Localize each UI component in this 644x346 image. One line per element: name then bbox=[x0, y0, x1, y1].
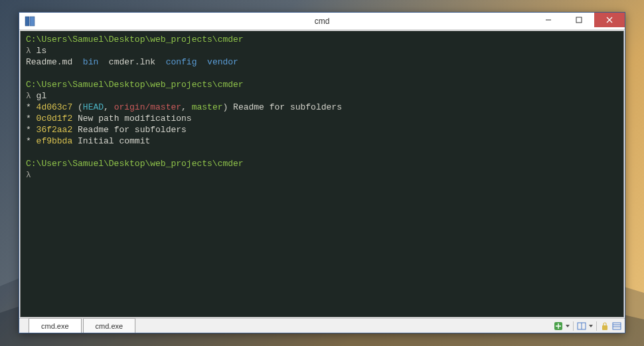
terminal-line: * 0c0d1f2 New path modifications bbox=[26, 113, 618, 124]
console-tab[interactable]: cmd.exe bbox=[29, 318, 82, 333]
terminal-span: bin bbox=[83, 57, 98, 67]
terminal-span: config bbox=[166, 57, 197, 67]
svg-rect-1 bbox=[30, 17, 35, 26]
terminal-line: Readme.md bin cmder.lnk config vendor bbox=[26, 56, 618, 68]
terminal-span: C:\Users\Samuel\Desktop\web_projects\cmd… bbox=[26, 159, 244, 169]
window-controls bbox=[533, 13, 625, 27]
terminal-line: λ bbox=[26, 169, 618, 181]
terminal-span: HEAD bbox=[83, 102, 104, 112]
menu-button[interactable] bbox=[611, 321, 622, 331]
terminal-span: , bbox=[181, 102, 192, 112]
lock-icon[interactable] bbox=[600, 321, 610, 331]
terminal-span: New path modifications bbox=[72, 114, 191, 124]
terminal-line bbox=[26, 68, 618, 79]
terminal-span: vendor bbox=[207, 57, 238, 67]
app-window: cmd C:\Users\Samuel\Desktop\web_projects… bbox=[19, 12, 625, 333]
minimize-button[interactable] bbox=[533, 13, 564, 27]
terminal-line: λ gl bbox=[26, 90, 618, 102]
terminal-span: λ bbox=[26, 46, 37, 56]
terminal-span: origin/master bbox=[114, 102, 181, 112]
terminal-line: C:\Users\Samuel\Desktop\web_projects\cmd… bbox=[26, 158, 618, 169]
terminal-span: C:\Users\Samuel\Desktop\web_projects\cmd… bbox=[26, 80, 244, 90]
terminal-span: λ bbox=[26, 170, 31, 180]
terminal-line: λ ls bbox=[26, 45, 618, 56]
app-icon bbox=[25, 16, 35, 27]
terminal-span: * bbox=[26, 125, 37, 135]
terminal-line: * ef9bbda Initial commit bbox=[26, 135, 618, 147]
terminal-span: ls bbox=[37, 46, 47, 56]
terminal-line: C:\Users\Samuel\Desktop\web_projects\cmd… bbox=[26, 79, 618, 90]
terminal-span: ) Readme for subfolders bbox=[223, 102, 342, 112]
terminal-line: * 36f2aa2 Readme for subfolders bbox=[26, 124, 618, 135]
terminal-span: cmder.lnk bbox=[98, 57, 165, 67]
terminal-span: ( bbox=[72, 102, 83, 112]
svg-rect-11 bbox=[602, 325, 607, 330]
terminal-span: 0c0d1f2 bbox=[37, 114, 73, 124]
terminal-span: Readme for subfolders bbox=[72, 125, 187, 135]
terminal-span: λ bbox=[26, 91, 37, 101]
terminal-line: * 4d063c7 (HEAD, origin/master, master) … bbox=[26, 102, 618, 113]
separator bbox=[573, 321, 574, 331]
titlebar[interactable]: cmd bbox=[19, 13, 625, 30]
terminal-span: master bbox=[192, 102, 223, 112]
terminal-span: Readme.md bbox=[26, 57, 83, 67]
add-tab-button[interactable] bbox=[553, 321, 564, 331]
terminal-line: C:\Users\Samuel\Desktop\web_projects\cmd… bbox=[26, 34, 618, 45]
svg-rect-0 bbox=[25, 17, 29, 26]
maximize-button[interactable] bbox=[564, 13, 594, 27]
terminal-span: * bbox=[26, 114, 37, 124]
terminal-span: gl bbox=[37, 91, 47, 101]
terminal-line bbox=[26, 147, 618, 158]
terminal-span: 4d063c7 bbox=[37, 102, 73, 112]
statusbar-buttons bbox=[553, 319, 625, 333]
svg-rect-12 bbox=[613, 323, 621, 329]
tab-strip: cmd.execmd.exe bbox=[19, 319, 135, 333]
add-tab-dropdown-icon[interactable] bbox=[565, 321, 570, 331]
close-button[interactable] bbox=[594, 13, 625, 27]
console-tab[interactable]: cmd.exe bbox=[83, 318, 136, 333]
terminal-span: 36f2aa2 bbox=[37, 125, 73, 135]
terminal-span: * bbox=[26, 102, 37, 112]
terminal-output[interactable]: C:\Users\Samuel\Desktop\web_projects\cmd… bbox=[20, 31, 624, 317]
terminal-span: C:\Users\Samuel\Desktop\web_projects\cmd… bbox=[26, 35, 244, 44]
terminal-span: ef9bbda bbox=[37, 136, 73, 146]
svg-rect-3 bbox=[576, 17, 582, 23]
terminal-span bbox=[197, 57, 207, 67]
statusbar: cmd.execmd.exe bbox=[19, 318, 625, 333]
terminal-span: Initial commit bbox=[72, 136, 150, 146]
split-dropdown-icon[interactable] bbox=[588, 321, 594, 331]
terminal-span: , bbox=[104, 102, 114, 112]
terminal-span: * bbox=[26, 136, 37, 146]
separator bbox=[596, 321, 597, 331]
split-button[interactable] bbox=[576, 321, 587, 331]
